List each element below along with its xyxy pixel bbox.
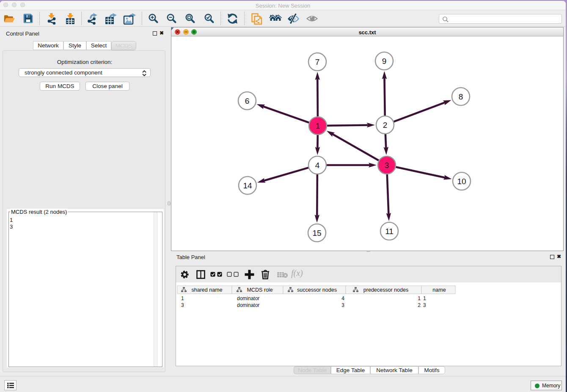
svg-text:1: 1 <box>418 295 421 301</box>
svg-text:2: 2 <box>418 302 421 308</box>
svg-text:6: 6 <box>245 97 250 105</box>
svg-text:3: 3 <box>341 302 344 308</box>
svg-text:3: 3 <box>181 302 184 308</box>
svg-text:shared name: shared name <box>192 287 223 293</box>
svg-text:9: 9 <box>382 57 387 66</box>
svg-text:dominator: dominator <box>237 295 259 301</box>
svg-text:15: 15 <box>312 229 321 237</box>
svg-text:3: 3 <box>385 161 389 170</box>
svg-text:dominator: dominator <box>237 302 259 308</box>
svg-text:4: 4 <box>315 161 320 170</box>
svg-text:1: 1 <box>423 295 426 301</box>
svg-text:1: 1 <box>316 121 320 130</box>
svg-text:11: 11 <box>385 227 394 236</box>
svg-text:1: 1 <box>181 295 184 301</box>
svg-text:8: 8 <box>459 92 463 101</box>
svg-text:14: 14 <box>243 181 252 190</box>
svg-text:3: 3 <box>423 302 426 308</box>
svg-text:10: 10 <box>457 177 466 186</box>
svg-text:predecessor nodes: predecessor nodes <box>363 287 408 293</box>
svg-text:4: 4 <box>341 295 344 301</box>
svg-text:2: 2 <box>383 121 388 130</box>
svg-text:7: 7 <box>315 58 320 66</box>
svg-text:name: name <box>432 287 446 293</box>
svg-text:MCDS role: MCDS role <box>247 287 272 293</box>
svg-text:successor nodes: successor nodes <box>297 287 337 293</box>
